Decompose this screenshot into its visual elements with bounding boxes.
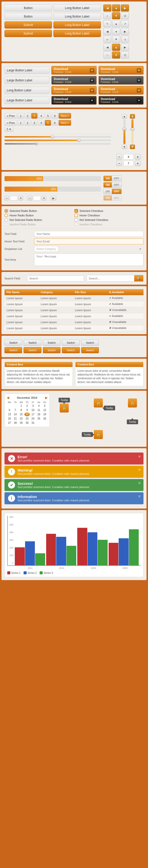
checkbox-sq-selected[interactable] bbox=[74, 209, 78, 213]
toggle-3-off[interactable]: OFF bbox=[112, 189, 121, 194]
toggle-2-off[interactable]: OFF bbox=[112, 182, 121, 187]
radio-dot-normal[interactable] bbox=[4, 218, 8, 222]
arrow-end-btn[interactable]: ⊡ bbox=[121, 12, 129, 19]
hover-text-field-input[interactable] bbox=[34, 238, 144, 244]
cal-day[interactable]: 23 bbox=[24, 417, 30, 421]
vert-handle-1[interactable] bbox=[122, 128, 126, 130]
cal-day[interactable] bbox=[13, 404, 18, 408]
stepper-s2-plus[interactable]: + bbox=[42, 196, 46, 200]
vert-handle-2[interactable] bbox=[130, 128, 134, 130]
cal-day[interactable]: 26 bbox=[42, 417, 47, 421]
cal-prev-btn[interactable]: ◀ bbox=[7, 396, 9, 400]
search-input-2[interactable] bbox=[87, 275, 134, 281]
toggle-1[interactable]: ON OFF bbox=[103, 176, 122, 181]
arrow-home2-btn[interactable]: ⌂ bbox=[103, 52, 112, 59]
tooltip-icon-2[interactable]: 🔒 bbox=[94, 399, 103, 407]
tooltip-icon-3[interactable]: 🔒 bbox=[128, 399, 137, 407]
switch-2-2[interactable]: Switch bbox=[24, 347, 41, 353]
submit-long-1[interactable]: Long Button Label bbox=[53, 22, 101, 29]
cal-day[interactable]: 8 bbox=[19, 408, 24, 412]
toggle-2-on[interactable]: ON bbox=[104, 182, 112, 187]
cal-next-btn[interactable]: ▶ bbox=[45, 396, 47, 400]
switch-1-1[interactable]: Switch bbox=[4, 340, 22, 346]
cal-day[interactable] bbox=[42, 421, 47, 425]
next-btn-2[interactable]: Next » bbox=[59, 120, 71, 126]
vert-track-1[interactable] bbox=[123, 119, 125, 144]
page-1-3[interactable]: 3 bbox=[31, 113, 38, 119]
toggle-4-on[interactable]: ON bbox=[104, 195, 112, 200]
switch-1-2[interactable]: Switch bbox=[24, 340, 41, 346]
toggle-3[interactable]: ON OFF bbox=[103, 189, 122, 194]
dl-button-1[interactable]: Download Freeware · 9.5mb ▼ bbox=[51, 66, 96, 74]
cal-day[interactable]: 29 bbox=[19, 421, 24, 425]
cal-day[interactable]: 5 bbox=[42, 404, 47, 408]
checkbox-sq-hover[interactable] bbox=[74, 214, 78, 217]
stepper-1-minus[interactable]: − bbox=[116, 154, 122, 160]
prev-btn-2[interactable]: « Prev bbox=[4, 120, 17, 126]
arrow-right-btn[interactable]: ▶ bbox=[121, 4, 129, 11]
cal-day[interactable]: 3 bbox=[30, 404, 35, 408]
slider-3-track[interactable] bbox=[4, 143, 111, 145]
cal-today[interactable]: 16 bbox=[24, 412, 30, 416]
stepper-1-value[interactable] bbox=[123, 154, 133, 160]
arrow-left-btn[interactable]: ◀ bbox=[103, 4, 112, 11]
search-input-1[interactable] bbox=[27, 276, 84, 281]
dropdown-select[interactable]: Select Category Category 1 Category 2 bbox=[34, 246, 58, 252]
alert-success-close[interactable]: ✕ bbox=[138, 481, 141, 485]
cal-day[interactable]: 21 bbox=[13, 417, 18, 421]
alert-warning-close[interactable]: ✕ bbox=[138, 468, 141, 472]
dl-button-3b[interactable]: Download Freeware · 9.5mb ▼ bbox=[99, 86, 144, 95]
cal-day[interactable]: 18 bbox=[36, 412, 41, 416]
arrow-up2-btn[interactable]: ▲ bbox=[112, 20, 120, 27]
alert-info-close[interactable]: ✕ bbox=[138, 494, 141, 498]
stepper-2-value[interactable] bbox=[123, 161, 133, 166]
radio-dot-selected[interactable] bbox=[4, 209, 8, 213]
arrow-home-btn[interactable]: ⌂ bbox=[103, 12, 112, 19]
cal-day[interactable]: 20 bbox=[7, 417, 12, 421]
dl-button-1b[interactable]: Download Freeware · 9.5mb ▼ bbox=[99, 66, 144, 74]
switch-2-3[interactable]: Switch bbox=[43, 347, 60, 353]
checkbox-sq-disabled[interactable] bbox=[74, 223, 78, 226]
text-field-input[interactable] bbox=[34, 231, 144, 237]
radio-dot-hover[interactable] bbox=[4, 214, 8, 217]
page-1-5[interactable]: 5 bbox=[45, 113, 51, 119]
stepper-2-minus[interactable]: − bbox=[116, 161, 122, 166]
toggle-1-on[interactable]: ON bbox=[104, 176, 112, 181]
switch-1-5[interactable]: Switch bbox=[81, 340, 99, 346]
cal-day[interactable]: 13 bbox=[7, 412, 12, 416]
arrow-down2-btn[interactable]: ▼ bbox=[112, 36, 120, 43]
slider-3-handle[interactable] bbox=[34, 142, 38, 146]
page-2-2[interactable]: 2 bbox=[25, 120, 31, 126]
cal-day[interactable]: 12 bbox=[42, 408, 47, 412]
page-2-5[interactable]: 5 bbox=[45, 120, 51, 126]
cal-day[interactable]: 24 bbox=[30, 417, 35, 421]
cal-day[interactable]: 1 bbox=[19, 404, 24, 408]
arrow-upright-btn[interactable]: ↗ bbox=[121, 20, 129, 27]
slider-1-handle[interactable] bbox=[51, 135, 54, 138]
cal-day[interactable]: 22 bbox=[19, 417, 24, 421]
cal-day[interactable] bbox=[7, 404, 12, 408]
switch-2-1[interactable]: Switch bbox=[4, 347, 22, 353]
cal-day[interactable]: 11 bbox=[36, 408, 41, 412]
search-button[interactable]: 🔍 bbox=[134, 275, 143, 281]
submit-button-2[interactable]: Submit bbox=[4, 30, 52, 37]
cal-day[interactable]: 30 bbox=[24, 421, 30, 425]
stepper-s3-right[interactable]: ▶ bbox=[51, 196, 56, 200]
page-1-2[interactable]: 2 bbox=[25, 113, 31, 119]
cal-day[interactable]: 25 bbox=[36, 417, 41, 421]
cal-day[interactable]: 9 bbox=[24, 408, 30, 412]
page-1-1[interactable]: 1 bbox=[18, 113, 24, 119]
cal-day[interactable]: 17 bbox=[30, 412, 35, 416]
button-2[interactable]: Button bbox=[4, 13, 52, 20]
arrow-center-btn[interactable]: ● bbox=[112, 28, 120, 35]
stepper-s1-minus[interactable]: − bbox=[4, 196, 9, 200]
vert-up-2[interactable]: ▲ bbox=[130, 114, 135, 119]
dl-button-4[interactable]: Download Freeware · 9.5mb ▼ bbox=[51, 96, 96, 104]
dl-button-2b[interactable]: Download Freeware · 9.5mb ▼ bbox=[99, 76, 144, 85]
page-1-4[interactable]: 4 bbox=[38, 113, 44, 119]
arrow-right2-btn[interactable]: ▶ bbox=[121, 28, 129, 35]
stepper-s2-minus[interactable]: − bbox=[28, 196, 32, 200]
prev-btn-1[interactable]: « Prev bbox=[4, 113, 17, 119]
dl-button-2[interactable]: Download Freeware · 9.5mb ▼ bbox=[51, 76, 96, 85]
cal-day[interactable] bbox=[36, 421, 41, 425]
